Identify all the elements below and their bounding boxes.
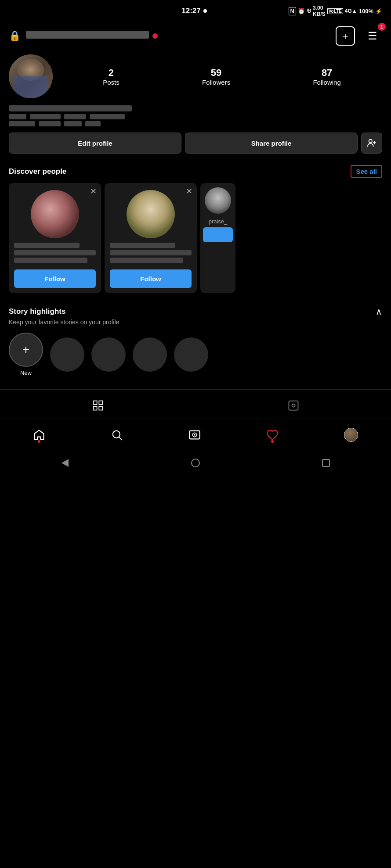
highlight-item-1[interactable] — [50, 337, 84, 372]
card-2-name-block — [110, 243, 192, 265]
new-post-button[interactable]: ＋ — [336, 26, 355, 46]
card-1-name-line-3 — [14, 258, 87, 263]
status-dot — [203, 9, 207, 13]
highlight-circle-2[interactable] — [91, 337, 126, 372]
notification-dot — [152, 33, 158, 39]
search-nav-item[interactable] — [107, 425, 127, 445]
username-bar — [26, 31, 330, 41]
card-avatar-1 — [31, 190, 79, 238]
close-card-2-button[interactable]: ✕ — [186, 187, 192, 196]
share-profile-button[interactable]: Share profile — [185, 133, 358, 154]
card-avatar-2 — [127, 190, 175, 238]
bio-placeholder-5 — [9, 121, 35, 126]
network-icon: 4G▲ — [345, 8, 357, 14]
highlights-subtitle: Keep your favorite stories on your profi… — [9, 319, 382, 326]
discover-section: Discover people See all ✕ Follow ✕ Follo… — [0, 161, 391, 298]
back-button[interactable] — [57, 455, 73, 471]
plus-icon: ＋ — [340, 29, 350, 43]
profile-nav-avatar-img — [344, 428, 358, 441]
profile-nav-item[interactable] — [340, 424, 362, 445]
highlight-item-4[interactable] — [174, 337, 208, 372]
highlights-section: Story highlights ∧ Keep your favorite st… — [0, 298, 391, 380]
profile-name-area — [9, 105, 382, 126]
card-2-name-line-2 — [110, 250, 192, 255]
svg-point-13 — [194, 434, 196, 436]
discover-card: praise_ — [200, 183, 235, 293]
bio-placeholder-4 — [90, 114, 125, 119]
highlight-item-3[interactable] — [133, 337, 167, 372]
highlights-collapse-button[interactable]: ∧ — [376, 306, 382, 317]
system-navigation — [0, 451, 391, 480]
close-card-1-button[interactable]: ✕ — [90, 187, 97, 196]
new-highlight-plus-icon: + — [22, 343, 29, 357]
home-icon — [191, 459, 200, 467]
alarm-icon: ⏰ — [298, 8, 305, 14]
posts-label: Posts — [103, 79, 119, 86]
status-time: 12:27 — [181, 7, 200, 15]
activity-icon — [266, 429, 279, 441]
posts-stat[interactable]: 2 Posts — [103, 67, 119, 86]
highlight-item-2[interactable] — [91, 337, 126, 372]
tagged-tab[interactable] — [282, 397, 305, 414]
discover-card: ✕ Follow — [9, 183, 101, 293]
follow-button-2[interactable]: Follow — [110, 269, 192, 288]
followers-count: 59 — [211, 67, 221, 79]
highlight-circle-4[interactable] — [174, 337, 208, 372]
followers-label: Followers — [202, 79, 230, 86]
follow-button-1[interactable]: Follow — [14, 269, 96, 288]
activity-active-dot — [271, 440, 274, 443]
highlight-circle-1[interactable] — [50, 337, 84, 372]
followers-stat[interactable]: 59 Followers — [202, 67, 230, 86]
highlights-title: Story highlights — [9, 307, 65, 316]
bio-placeholder-3 — [64, 114, 86, 119]
following-label: Following — [313, 79, 340, 86]
card-2-name-line-3 — [110, 258, 183, 263]
following-stat[interactable]: 87 Following — [313, 67, 340, 86]
battery-icon: 100% — [359, 8, 373, 14]
new-highlight-circle[interactable]: + — [9, 333, 43, 367]
back-icon — [62, 459, 69, 467]
content-tab-bar — [0, 389, 391, 419]
grid-tab[interactable] — [87, 397, 109, 414]
search-icon — [111, 429, 123, 441]
nav-icons: ＋ ☰ 1 — [336, 26, 382, 46]
svg-rect-3 — [93, 401, 97, 405]
display-name-placeholder — [9, 105, 132, 111]
reels-nav-item[interactable] — [185, 425, 204, 445]
hamburger-icon: ☰ — [368, 30, 377, 42]
recents-icon — [322, 459, 330, 467]
new-highlight-item[interactable]: + New — [9, 333, 43, 376]
username-placeholder — [26, 31, 149, 39]
card-2-name-line-1 — [110, 243, 175, 248]
home-button[interactable] — [188, 455, 203, 471]
activity-nav-item[interactable] — [263, 425, 282, 445]
bio-placeholder-8 — [85, 121, 101, 126]
svg-rect-5 — [93, 406, 97, 410]
home-nav-item[interactable] — [29, 425, 49, 445]
see-all-button[interactable]: See all — [351, 165, 382, 178]
follow-button-3[interactable] — [203, 227, 233, 242]
add-person-icon — [367, 138, 377, 148]
svg-line-10 — [119, 437, 122, 440]
home-icon — [33, 429, 45, 441]
card-1-name-block — [14, 243, 96, 265]
bluetooth-icon: 𝔅 — [307, 7, 311, 14]
discover-people-button[interactable] — [361, 133, 382, 154]
new-highlight-label: New — [20, 369, 32, 376]
lock-icon: 🔒 — [9, 30, 21, 42]
home-active-dot — [38, 440, 40, 443]
recents-button[interactable] — [318, 455, 334, 471]
card-1-name-line-2 — [14, 250, 96, 255]
signal-icon: 3.00KB/S — [313, 5, 326, 17]
avatar[interactable] — [9, 54, 53, 98]
highlight-circle-3[interactable] — [133, 337, 167, 372]
menu-button[interactable]: ☰ 1 — [363, 26, 382, 46]
card-1-name-line-1 — [14, 243, 80, 248]
svg-point-8 — [292, 404, 295, 407]
profile-nav-avatar — [344, 428, 358, 442]
svg-rect-7 — [289, 401, 298, 410]
edit-profile-button[interactable]: Edit profile — [9, 133, 181, 154]
highlights-header: Story highlights ∧ — [9, 306, 382, 317]
top-navigation: 🔒 ＋ ☰ 1 — [0, 22, 391, 50]
status-icons: N ⏰ 𝔅 3.00KB/S VoLTE 4G▲ 100% ⚡ — [289, 5, 382, 17]
